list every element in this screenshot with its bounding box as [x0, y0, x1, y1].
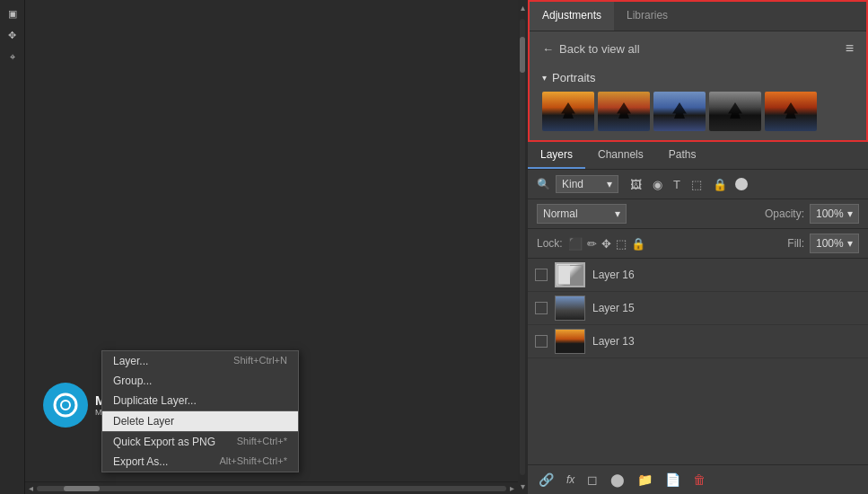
link-layers-icon[interactable]: 🔗 [535, 471, 557, 489]
layers-section: Layers Channels Paths 🔍 Kind ▾ 🖼 ◉ T ⬚ 🔒 [528, 142, 868, 494]
filter-shape-icon[interactable]: ⬚ [688, 177, 705, 192]
layer-row-15[interactable]: Layer 15 [528, 292, 868, 325]
scroll-up-arrow[interactable]: ▴ [521, 0, 525, 15]
layer-row-16[interactable]: Layer 16 [528, 259, 868, 292]
portrait-thumb-3[interactable] [653, 92, 706, 131]
svg-point-1 [61, 401, 70, 410]
fill-input[interactable]: 100% ▾ [810, 234, 859, 253]
left-area: Layer... Shift+Ctrl+N Group... Duplicate… [25, 0, 518, 494]
group-layers-icon[interactable]: 📁 [634, 471, 656, 489]
left-toolbar: ▣ ✥ ⌖ [0, 0, 25, 494]
toolbar-btn-2[interactable]: ✥ [3, 25, 22, 45]
fill-label: Fill: [787, 237, 804, 250]
filter-row: 🔍 Kind ▾ 🖼 ◉ T ⬚ 🔒 [528, 170, 868, 199]
layer-15-visibility-checkbox[interactable] [535, 302, 548, 314]
portrait-thumb-5[interactable] [765, 92, 817, 131]
layer-16-visibility-checkbox[interactable] [535, 269, 548, 281]
adjustment-layer-icon[interactable]: ⬤ [607, 471, 628, 489]
horizontal-scrollbar[interactable]: ◂ ▸ [25, 481, 518, 494]
layer-13-thumbnail [555, 329, 585, 354]
kind-dropdown-arrow: ▾ [607, 178, 612, 190]
layers-list: Layer 16 Layer 15 Layer 13 [528, 259, 868, 464]
filter-toggle-circle[interactable] [735, 178, 748, 190]
opacity-label: Opacity: [765, 207, 804, 220]
tree-icon-5 [782, 102, 800, 119]
portraits-header: ▾ Portraits [542, 71, 854, 84]
context-menu-item-quick-export[interactable]: Quick Export as PNG Shift+Ctrl+* [102, 431, 298, 452]
lock-fill-row: Lock: ⬛ ✏ ✥ ⬚ 🔒 Fill: 100% ▾ [528, 229, 868, 259]
portrait-thumb-2[interactable] [598, 92, 650, 131]
portrait-thumb-4[interactable] [709, 92, 761, 131]
portrait-thumb-1[interactable] [542, 92, 594, 131]
kind-dropdown[interactable]: Kind ▾ [556, 175, 618, 193]
lock-icons-group: ⬛ ✏ ✥ ⬚ 🔒 [568, 237, 645, 251]
adj-header: ← Back to view all ≡ [530, 31, 866, 66]
scroll-track-h [37, 486, 506, 491]
scroll-track-v [520, 19, 525, 475]
portraits-section: ▾ Portraits [530, 66, 866, 140]
portraits-label: Portraits [552, 71, 595, 84]
context-menu-item-export-as[interactable]: Export As... Alt+Shift+Ctrl+* [102, 452, 298, 472]
layer-15-name: Layer 15 [592, 302, 635, 314]
adjustments-tabs: Adjustments Libraries [530, 2, 866, 31]
layer-13-visibility-checkbox[interactable] [535, 335, 548, 348]
blend-opacity-row: Normal ▾ Opacity: 100% ▾ [528, 199, 868, 229]
lock-all-icon[interactable]: 🔒 [631, 237, 645, 251]
context-menu-item-group[interactable]: Group... [102, 371, 298, 391]
back-label: Back to view all [559, 42, 640, 56]
layers-tabs: Layers Channels Paths [528, 142, 868, 170]
lock-paint-icon[interactable]: ✏ [587, 237, 597, 251]
filter-lock-icon[interactable]: 🔒 [710, 177, 730, 192]
opacity-input[interactable]: 100% ▾ [810, 204, 859, 224]
lock-pixels-icon[interactable]: ⬛ [568, 237, 583, 251]
layer-13-name: Layer 13 [592, 335, 635, 348]
layer-15-thumbnail [555, 296, 585, 321]
context-menu: Layer... Shift+Ctrl+N Group... Duplicate… [101, 350, 299, 472]
toolbar-btn-3[interactable]: ⌖ [3, 47, 22, 66]
filter-icons-group: 🖼 ◉ T ⬚ 🔒 [627, 177, 748, 192]
tab-paths[interactable]: Paths [656, 142, 709, 169]
layer-16-name: Layer 16 [592, 269, 635, 281]
adj-back-button[interactable]: ← Back to view all [542, 42, 640, 56]
adj-menu-icon[interactable]: ≡ [846, 40, 854, 57]
context-menu-item-new-layer[interactable]: Layer... Shift+Ctrl+N [102, 351, 298, 371]
add-mask-icon[interactable]: ◻ [583, 471, 601, 489]
tab-layers[interactable]: Layers [528, 142, 585, 169]
filter-circle-icon[interactable]: ◉ [650, 177, 665, 192]
portraits-grid [542, 92, 854, 131]
scroll-left-arrow[interactable]: ◂ [29, 483, 33, 493]
tree-icon-3 [671, 102, 688, 119]
layers-bottom-toolbar: 🔗 fx ◻ ⬤ 📁 📄 🗑 [528, 464, 868, 494]
filter-text-icon[interactable]: T [671, 177, 683, 192]
tab-channels[interactable]: Channels [585, 142, 656, 169]
fx-icon[interactable]: fx [563, 472, 578, 488]
svg-rect-3 [558, 265, 570, 284]
fill-arrow: ▾ [847, 237, 853, 250]
back-arrow-icon: ← [542, 42, 554, 56]
toolbar-btn-1[interactable]: ▣ [3, 4, 22, 23]
maham-circle-logo [43, 383, 88, 428]
scroll-right-arrow[interactable]: ▸ [510, 483, 514, 493]
portraits-chevron-icon: ▾ [542, 73, 547, 83]
lock-artboard-icon[interactable]: ✥ [601, 237, 611, 251]
context-menu-item-delete[interactable]: Delete Layer [102, 410, 298, 431]
tree-icon-4 [726, 102, 744, 119]
blend-mode-dropdown[interactable]: Normal ▾ [537, 204, 627, 224]
scroll-thumb-v [520, 37, 525, 73]
new-layer-icon[interactable]: 📄 [662, 471, 684, 489]
canvas-right-scrollbar[interactable]: ▴ ▾ [518, 0, 527, 494]
right-panel: Adjustments Libraries ← Back to view all… [527, 0, 868, 494]
filter-image-icon[interactable]: 🖼 [627, 177, 644, 192]
layer-row-13[interactable]: Layer 13 [528, 325, 868, 358]
tab-libraries[interactable]: Libraries [614, 2, 680, 31]
tree-icon-1 [559, 102, 577, 119]
canvas-area[interactable]: Layer... Shift+Ctrl+N Group... Duplicate… [25, 0, 518, 481]
context-menu-item-duplicate[interactable]: Duplicate Layer... [102, 391, 298, 410]
opacity-arrow: ▾ [847, 207, 853, 220]
scroll-down-arrow[interactable]: ▾ [521, 479, 525, 494]
adjustments-panel: Adjustments Libraries ← Back to view all… [528, 0, 868, 142]
tab-adjustments[interactable]: Adjustments [530, 2, 614, 31]
layer-16-thumbnail [555, 262, 585, 287]
delete-layer-icon[interactable]: 🗑 [689, 471, 709, 489]
lock-position-icon[interactable]: ⬚ [616, 237, 627, 251]
